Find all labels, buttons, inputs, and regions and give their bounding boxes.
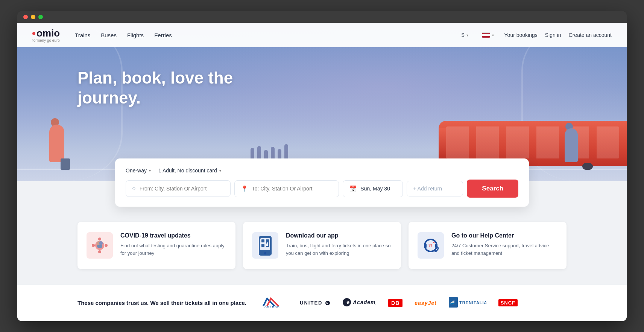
svg-point-4 <box>105 244 108 247</box>
partner-sncf-logo: SNCF <box>498 299 518 306</box>
partner-united-logo: UNITED N <box>300 300 330 306</box>
partner-db-logo: DB <box>388 299 402 307</box>
logo[interactable]: omio formerly go euro <box>32 27 60 43</box>
logo-sub: formerly go euro <box>32 38 60 43</box>
covid-card-title: COVID-19 travel updates <box>120 232 226 239</box>
svg-text:AMTRAK: AMTRAK <box>264 305 280 308</box>
trip-type-chevron-icon: ▾ <box>149 169 151 173</box>
sign-in-button[interactable]: Sign in <box>545 32 561 38</box>
covid-icon <box>87 232 113 259</box>
search-button[interactable]: Search <box>467 180 518 198</box>
svg-point-3 <box>92 244 95 247</box>
currency-selector[interactable]: $ ▾ <box>459 30 471 40</box>
app-card[interactable]: Download our app Train, bus, flight and … <box>243 222 401 269</box>
partner-amtrak-logo: AMTRAK <box>261 297 288 309</box>
search-options: One-way ▾ 1 Adult, No discount card ▾ <box>126 168 518 174</box>
woman-right-body <box>565 128 578 162</box>
logo-name: omio <box>36 27 60 39</box>
svg-text:TRENITALIA: TRENITALIA <box>459 300 486 305</box>
close-icon[interactable] <box>23 15 28 19</box>
passengers-selector[interactable]: 1 Adult, No discount card ▾ <box>158 168 221 174</box>
from-location-icon: ○ <box>132 185 136 192</box>
create-account-button[interactable]: Create an account <box>569 32 612 38</box>
logo-dot-icon <box>32 32 35 35</box>
from-input[interactable] <box>140 186 224 192</box>
help-icon: ?! ✦ <box>418 232 444 259</box>
passengers-chevron-icon: ▾ <box>219 169 221 173</box>
help-card-desc: 24/7 Customer Service support, travel ad… <box>451 242 557 257</box>
trip-type-selector[interactable]: One-way ▾ <box>126 168 151 174</box>
maximize-icon[interactable] <box>38 15 43 19</box>
browser-content: Plan, book, love the journey. omio forme… <box>17 23 627 321</box>
language-selector[interactable]: ▾ <box>479 31 497 40</box>
navbar: omio formerly go euro Trains Buses Fligh… <box>17 23 627 47</box>
svg-text:?!: ?! <box>428 244 432 248</box>
departure-date-label: Sun, May 30 <box>360 186 390 192</box>
svg-point-16 <box>264 252 266 254</box>
info-section: COVID-19 travel updates Find out what te… <box>17 207 627 284</box>
svg-rect-19 <box>435 244 437 248</box>
svg-rect-10 <box>261 239 264 242</box>
return-date-label: + Add return <box>413 186 442 192</box>
app-card-content: Download our app Train, bus, flight and … <box>286 232 392 257</box>
nav-link-trains[interactable]: Trains <box>75 32 90 38</box>
to-location-icon: 📍 <box>241 185 248 192</box>
woman-left-body <box>49 125 64 162</box>
search-inputs-row: ○ 📍 📅 Sun, May 30 + Add return <box>126 180 518 198</box>
svg-point-2 <box>98 250 101 253</box>
app-card-desc: Train, bus, flight and ferry tickets in … <box>286 242 392 257</box>
logo-text: omio <box>32 27 60 39</box>
search-box: One-way ▾ 1 Adult, No discount card ▾ ○ <box>115 158 529 207</box>
covid-card-content: COVID-19 travel updates Find out what te… <box>120 232 226 257</box>
lang-chevron-icon: ▾ <box>492 33 494 37</box>
return-date-field[interactable]: + Add return <box>407 181 463 196</box>
hero-section: Plan, book, love the journey. omio forme… <box>17 23 627 181</box>
help-card-content: Go to our Help Center 24/7 Customer Serv… <box>451 232 557 257</box>
passengers-label: 1 Adult, No discount card <box>158 168 217 174</box>
covid-card[interactable]: COVID-19 travel updates Find out what te… <box>77 222 235 269</box>
svg-text:Academy: Academy <box>352 299 376 305</box>
app-icon <box>252 232 278 259</box>
from-field[interactable]: ○ <box>126 180 231 197</box>
your-bookings-button[interactable]: Your bookings <box>504 32 538 38</box>
nav-links: Trains Buses Flights Ferries <box>75 32 459 38</box>
currency-chevron-icon: ▾ <box>466 33 468 37</box>
partners-tagline: These companies trust us. We sell their … <box>77 299 246 307</box>
train-nose <box>439 128 446 158</box>
nav-link-buses[interactable]: Buses <box>101 32 117 38</box>
partner-academy-logo: ⊕ Academy <box>342 297 376 309</box>
covid-card-desc: Find out what testing and quarantine rul… <box>120 242 226 257</box>
svg-text:⊕: ⊕ <box>346 300 349 305</box>
minimize-icon[interactable] <box>31 15 35 19</box>
nav-link-ferries[interactable]: Ferries <box>154 32 172 38</box>
info-cards-grid: COVID-19 travel updates Find out what te… <box>77 222 567 269</box>
hero-headline: Plan, book, love the journey. <box>77 68 266 108</box>
svg-text:N: N <box>327 302 329 305</box>
calendar-icon: 📅 <box>349 185 357 192</box>
browser-frame: Plan, book, love the journey. omio forme… <box>17 11 627 321</box>
trip-type-label: One-way <box>126 168 147 174</box>
help-card-title: Go to our Help Center <box>451 232 557 239</box>
svg-rect-12 <box>261 244 264 247</box>
help-card[interactable]: ?! ✦ Go to our Help Center 24/7 Customer… <box>409 222 567 269</box>
browser-chrome <box>17 11 627 23</box>
partner-easyjet-logo: easyJet <box>415 300 436 306</box>
main-content: Plan, book, love the journey. omio forme… <box>17 23 627 321</box>
svg-rect-13 <box>266 242 267 244</box>
departure-date-field[interactable]: 📅 Sun, May 30 <box>343 180 403 197</box>
svg-rect-11 <box>266 239 269 242</box>
svg-point-20 <box>434 250 437 252</box>
svg-point-1 <box>98 238 101 241</box>
to-input[interactable] <box>252 186 333 192</box>
svg-rect-18 <box>424 244 427 248</box>
partner-trenitalia-logo: 🚄 TRENITALIA <box>449 297 486 309</box>
nav-link-flights[interactable]: Flights <box>127 32 144 38</box>
nav-right: $ ▾ ▾ Your bookings Sign in Create an ac… <box>459 30 612 40</box>
partners-section: These companies trust us. We sell their … <box>17 284 627 321</box>
svg-text:✦: ✦ <box>433 241 435 244</box>
app-card-title: Download our app <box>286 232 392 239</box>
to-field[interactable]: 📍 <box>234 180 339 197</box>
partners-logos: AMTRAK UNITED N ⊕ Ac <box>261 297 518 309</box>
search-container: One-way ▾ 1 Adult, No discount card ▾ ○ <box>17 158 627 207</box>
currency-symbol: $ <box>462 32 465 38</box>
